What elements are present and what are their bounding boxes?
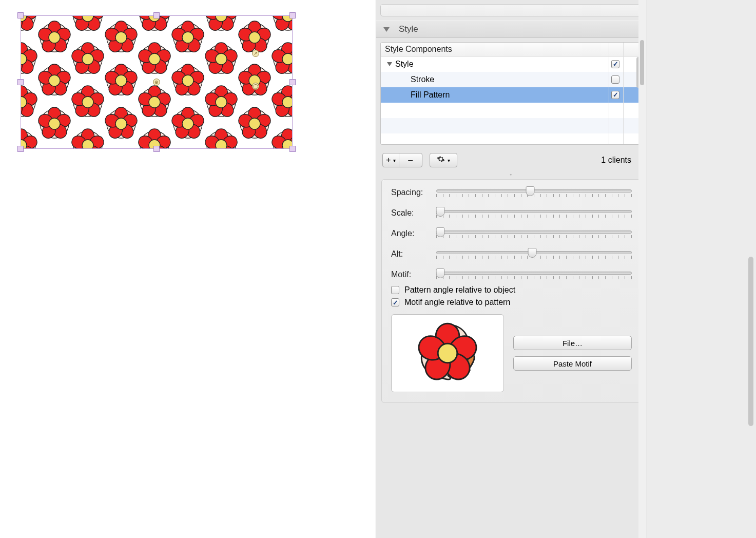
minus-icon: – [408,156,413,165]
resize-handle-e[interactable] [289,79,296,85]
chevron-down-icon: ▾ [448,158,450,163]
resize-handle-s[interactable] [153,146,160,152]
pattern-relative-label: Pattern angle relative to object [404,285,515,295]
slider-ticks [436,235,632,238]
spacing-label: Spacing: [391,188,436,197]
inspector-sidebar: Style Style Components Style Stroke Fill… [376,0,647,538]
scale-slider[interactable] [436,208,632,218]
tree-row-label: Fill Pattern [411,90,606,100]
scale-handle[interactable]: ◯ [252,83,259,90]
slider-thumb[interactable] [436,207,444,217]
motif-slider[interactable] [436,270,632,279]
slider-thumb[interactable] [436,268,444,278]
plus-icon: + [386,156,391,165]
resize-handle-n[interactable] [153,12,160,18]
canvas-area: ⊕ ↗ ◯ [0,0,376,538]
motif-label: Motif: [391,270,436,279]
slider-thumb[interactable] [528,248,536,258]
action-menu-button[interactable]: ▾ [430,153,457,167]
slider-ticks [436,215,632,218]
svg-point-3 [438,343,457,363]
flower-motif-icon [414,320,481,387]
window-right-gutter [647,0,756,538]
tree-row-style[interactable]: Style [381,56,642,72]
file-button-label: File… [563,339,583,348]
scale-label: Scale: [391,208,436,218]
add-remove-segment: + ▾ – [382,153,422,167]
slider-thumb[interactable] [526,186,534,196]
spacing-slider[interactable] [436,188,632,197]
angle-label: Angle: [391,229,436,238]
spacing-slider-row: Spacing: [391,188,632,197]
origin-handle[interactable]: ⊕ [153,79,160,86]
resize-handle-ne[interactable] [289,12,296,18]
angle-slider-row: Angle: [391,229,632,238]
scrollbar-thumb[interactable] [640,40,644,85]
empty-row [381,103,642,118]
alt-label: Alt: [391,249,436,259]
paste-motif-button-label: Paste Motif [553,359,592,368]
add-component-button[interactable]: + ▾ [383,153,399,167]
gear-icon [437,155,445,165]
tree-row-label: Stroke [411,75,606,84]
style-toolbar: + ▾ – ▾ 1 clients [376,149,647,171]
tree-row-stroke[interactable]: Stroke [381,72,642,87]
tree-row-fill-pattern[interactable]: Fill Pattern [381,87,642,103]
fill-pattern-visible-checkbox[interactable] [611,91,619,99]
remove-component-button[interactable]: – [399,153,422,167]
style-section-header[interactable]: Style [376,21,647,38]
disclosure-triangle-icon [383,27,390,32]
collapsed-panel-top[interactable] [380,4,643,16]
disclosure-triangle-icon [387,62,392,66]
resize-handle-nw[interactable] [17,12,24,18]
rotate-handle[interactable]: ↗ [252,50,259,57]
alt-slider-row: Alt: [391,249,632,259]
alt-slider[interactable] [436,249,632,259]
paste-motif-button[interactable]: Paste Motif [513,356,632,371]
angle-slider[interactable] [436,229,632,238]
chevron-down-icon: ▾ [393,158,396,163]
slider-ticks [436,276,632,279]
motif-relative-checkbox[interactable] [391,298,399,306]
clients-count: 1 clients [601,156,641,165]
style-visible-checkbox[interactable] [611,60,619,68]
motif-preview-well[interactable] [391,314,504,392]
window-scrollbar-thumb[interactable] [748,257,753,426]
tree-row-label: Style [395,60,606,69]
slider-ticks [436,194,632,197]
empty-row [381,118,642,133]
resize-handle-w[interactable] [17,79,24,85]
file-button[interactable]: File… [513,336,632,350]
scale-slider-row: Scale: [391,208,632,218]
motif-slider-row: Motif: [391,270,632,279]
stroke-visible-checkbox[interactable] [611,75,619,84]
motif-relative-checkbox-row: Motif angle relative to pattern [391,298,632,307]
motif-relative-label: Motif angle relative to pattern [404,298,510,307]
style-components-list: Style Components Style Stroke Fill Patte… [380,42,643,145]
sidebar-scrollbar[interactable] [638,0,647,538]
style-components-header: Style Components [381,43,642,56]
resize-handle-se[interactable] [289,146,296,152]
resize-handle-sw[interactable] [17,146,24,152]
panel-grip-icon[interactable]: ● [376,171,647,176]
pattern-relative-checkbox[interactable] [391,286,399,294]
pattern-relative-checkbox-row: Pattern angle relative to object [391,285,632,295]
fill-pattern-controls: Spacing: Scale: Angle: Alt: [381,179,642,403]
slider-thumb[interactable] [436,227,444,237]
style-section-title: Style [399,24,418,34]
